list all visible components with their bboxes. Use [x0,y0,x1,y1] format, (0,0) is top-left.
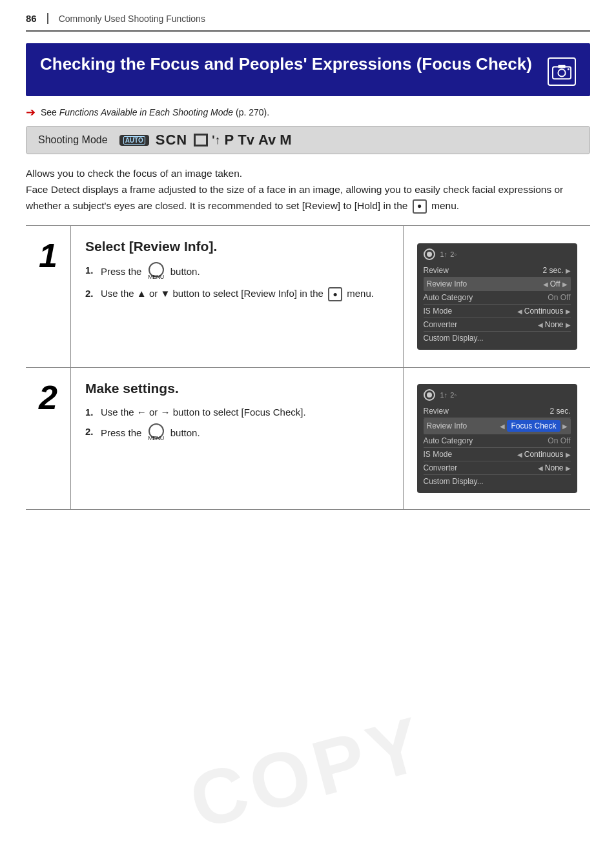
steps-container: 1 Select [Review Info]. 1. Press the MEN… [26,225,590,510]
menu-button-1: MENU [147,262,166,282]
step-1-title: Select [Review Info]. [85,239,389,254]
menu-button-2: MENU [147,423,166,443]
step-2-menu-topbar: 1↑ 2◦ [424,389,571,401]
copy-watermark: COPY [180,698,435,846]
svg-rect-2 [558,65,565,68]
step-2-sub-1-text: Use the ← or → button to select [Focus C… [101,404,306,421]
auto-mode-badge: AUTO [119,135,149,146]
menu-btn-label-1: MENU [148,272,164,282]
shooting-mode-label: Shooting Mode [38,134,108,146]
step-2-menu-row-2: Review Info ◀ Focus Check ▶ [424,418,571,434]
step-2-title: Make settings. [85,381,389,396]
body-line-2: Face Detect displays a frame adjusted to… [26,184,563,211]
title-box: Checking the Focus and Peoples' Expressi… [26,43,590,96]
step-1-sub-2-text: Use the ▲ or ▼ button to select [Review … [101,285,374,302]
step-1-sub-1-text: Press the MENU button. [101,262,200,282]
camera-icon-box [548,57,576,86]
step-2-image: 1↑ 2◦ Review 2 sec. Review Info ◀ [403,368,590,509]
m-mode: M [280,132,291,148]
main-title: Checking the Focus and Peoples' Expressi… [40,54,532,75]
step-2-menu-screenshot: 1↑ 2◦ Review 2 sec. Review Info ◀ [417,384,577,493]
step-1-number-col: 1 [26,226,71,367]
step-1-sub-2-num: 2. [85,285,97,302]
step-2-sub-1: 1. Use the ← or → button to select [Focu… [85,404,389,421]
step-1-content: Select [Review Info]. 1. Press the MENU … [71,226,403,367]
step-1-menu-tabs: 1↑ 2◦ [440,250,457,258]
step-2-sub-1-num: 1. [85,404,97,421]
step-2-number-col: 2 [26,368,71,509]
step-1-sub-2: 2. Use the ▲ or ▼ button to select [Revi… [85,285,389,302]
step-2-sub-2: 2. Press the MENU button. [85,423,389,443]
step-1-row: 1 Select [Review Info]. 1. Press the MEN… [26,226,590,368]
step-2-row: 2 Make settings. 1. Use the ← or → butto… [26,368,590,510]
step-1-instructions: 1. Press the MENU button. 2. Use the ▲ o… [85,262,389,301]
menu-icon-inline-2: ● [328,287,342,301]
body-line-1: Allows you to check the focus of an imag… [26,168,242,179]
svg-point-3 [568,68,570,70]
step-2-menu-row-5: Converter ◀ None ▶ [424,461,571,475]
step-2-content: Make settings. 1. Use the ← or → button … [71,368,403,509]
mode-icons: '↑ P Tv Av M [194,132,291,148]
step-2-menu-tabs: 1↑ 2◦ [440,391,457,399]
svg-point-1 [558,69,565,76]
step-2-number: 2 [39,381,57,414]
reference-text: See Functions Available in Each Shooting… [41,107,269,117]
page-header-title: Commonly Used Shooting Functions [59,14,205,24]
auto-text: AUTO [123,136,145,145]
camera-icon [552,62,571,81]
step-1-menu-topbar: 1↑ 2◦ [424,248,571,260]
menu-btn-label-2: MENU [148,434,164,443]
reference-link: Functions Available in Each Shooting Mod… [59,107,233,117]
step-2-sub-2-text: Press the MENU button. [101,423,200,443]
p-mode: P [225,132,234,148]
menu-icon-inline: ● [413,199,427,214]
body-text: Allows you to check the focus of an imag… [26,166,590,214]
step-2-instructions: 1. Use the ← or → button to select [Focu… [85,404,389,443]
step-2-sub-2-num: 2. [85,423,97,440]
step-1-menu-row-5: Converter ◀ None ▶ [424,318,571,332]
reference-arrow-icon: ➔ [26,105,36,119]
shooting-mode-bar: Shooting Mode AUTO SCN '↑ P Tv Av M [26,126,590,154]
step-1-image: 1↑ 2◦ Review 2 sec. ▶ Review Info [403,226,590,367]
page-header: 86 Commonly Used Shooting Functions [26,13,590,32]
av-mode: Av [258,132,276,148]
step-2-menu-row-4: IS Mode ◀ Continuous ▶ [424,448,571,461]
step-2-menu-row-3: Auto Category On Off [424,434,571,448]
step-1-menu-row-1: Review 2 sec. ▶ [424,264,571,278]
tv-mode: Tv [238,132,254,148]
step-1-menu-row-6: Custom Display... [424,332,571,345]
focus-check-selected: Focus Check [507,420,560,432]
step-1-menu-row-2: Review Info ◀ Off ▶ [424,278,571,291]
step-1-menu-row-3: Auto Category On Off [424,291,571,305]
step-1-sub-1-num: 1. [85,262,97,279]
step-2-menu-dot [424,389,435,401]
step-2-menu-row-1: Review 2 sec. [424,405,571,418]
step-1-sub-1: 1. Press the MENU button. [85,262,389,282]
page-number: 86 [26,13,48,24]
square-mode-icon [194,134,208,146]
step-1-number: 1 [39,239,57,272]
scn-mode: SCN [156,132,187,148]
reference-line: ➔ See Functions Available in Each Shooti… [26,105,590,119]
step-2-menu-row-6: Custom Display... [424,475,571,488]
step-1-menu-screenshot: 1↑ 2◦ Review 2 sec. ▶ Review Info [417,243,577,350]
step-1-menu-dot [424,248,435,260]
page-container: 86 Commonly Used Shooting Functions Chec… [0,0,616,868]
step-1-menu-row-4: IS Mode ◀ Continuous ▶ [424,305,571,318]
portrait-mode-icon: '↑ [212,134,220,147]
